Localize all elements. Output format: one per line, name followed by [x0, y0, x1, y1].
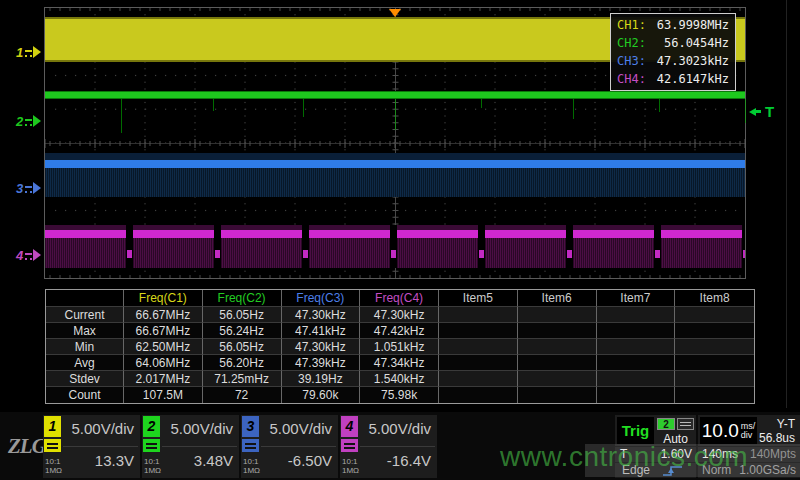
ch3-freq-value: 47.3023kHz [657, 52, 729, 70]
dc-coupling-icon [25, 50, 32, 57]
menu-edge-line [786, 0, 787, 408]
ch3-offset: -6.50V [288, 452, 332, 469]
ch1-probe-info: 10:11MΩ [45, 457, 62, 475]
display-mode: Y-T [777, 417, 795, 431]
dc-coupling-icon [25, 119, 32, 126]
ch4-scale: 5.00V/div [368, 420, 431, 437]
ch3-trace [45, 160, 745, 168]
ch1-number-tab[interactable]: 1 [44, 416, 61, 437]
header-blank [46, 290, 124, 307]
ch2-coupling-icon[interactable] [143, 439, 160, 452]
ch3-scale: 5.00V/div [269, 420, 332, 437]
left-arrow-stem [756, 110, 761, 113]
dc-coupling-icon [25, 186, 32, 193]
ch1-freq-label: CH1: [617, 16, 646, 34]
header-freq-c2[interactable]: Freq(C2) [203, 290, 282, 307]
ch1-offset-marker[interactable]: 1 [16, 45, 41, 59]
header-freq-c3[interactable]: Freq(C3) [282, 290, 361, 307]
header-freq-c4[interactable]: Freq(C4) [360, 290, 439, 307]
marker-arrow-icon [33, 182, 41, 194]
ch2-glitch [303, 99, 304, 117]
ch2-marker-label: 2 [16, 114, 23, 129]
ch2-glitch [395, 99, 396, 130]
ch2-trace [45, 91, 745, 99]
ch2-number-tab[interactable]: 2 [143, 416, 160, 437]
timebase-unit: ms/div [741, 422, 756, 440]
trigger-level-marker[interactable]: T [749, 103, 774, 120]
trig-label: Trig [617, 417, 654, 444]
ch2-status-box[interactable]: 2 10:11MΩ 5.00V/div 3.48V [142, 415, 239, 478]
header-freq-c1[interactable]: Freq(C1) [124, 290, 203, 307]
left-arrow-icon [749, 108, 756, 116]
ch2-glitch [745, 99, 746, 123]
trigger-coupling-icon[interactable] [677, 418, 694, 430]
ch2-glitch [573, 99, 574, 119]
ch4-freq-label: CH4: [617, 70, 646, 88]
ch4-freq-value: 42.6147kHz [657, 70, 729, 88]
ch4-status-box[interactable]: 4 10:11MΩ 5.00V/div -16.4V [340, 415, 437, 478]
ch3-coupling-icon[interactable] [242, 439, 259, 452]
ch1-marker-label: 1 [16, 45, 23, 60]
marker-arrow-icon [33, 249, 41, 261]
ch4-trace-gaps [45, 225, 745, 268]
ch2-glitch [121, 99, 122, 133]
measurement-row-stdev: Stdev2.017MHz71.25mHz39.19Hz1.540kHz [46, 371, 754, 387]
ch2-probe-info: 10:11MΩ [144, 457, 161, 475]
timebase-scale: 10.0 [702, 420, 739, 442]
measurement-header-row: Freq(C1) Freq(C2) Freq(C3) Freq(C4) Item… [46, 290, 754, 307]
ch4-gap-dots [45, 250, 745, 258]
ch1-coupling-icon[interactable] [44, 439, 61, 452]
ch4-probe-info: 10:11MΩ [342, 457, 359, 475]
ch2-offset: 3.48V [194, 452, 233, 469]
header-item5[interactable]: Item5 [439, 290, 518, 307]
trigger-delay: 56.8us [759, 431, 795, 445]
ch2-glitch [659, 99, 660, 112]
ch1-status-box[interactable]: 1 10:11MΩ 5.00V/div 13.3V [43, 415, 140, 478]
ch4-number-tab[interactable]: 4 [341, 416, 358, 437]
measurement-row-min: Min62.50MHz56.05Hz47.30kHz1.051kHz [46, 339, 754, 355]
ch3-number-tab[interactable]: 3 [242, 416, 259, 437]
timebase-scale-box[interactable]: 10.0 ms/div [700, 417, 757, 444]
ch4-offset-marker[interactable]: 4 [16, 248, 41, 262]
ch1-scale: 5.00V/div [71, 420, 134, 437]
trigger-level-label: T [765, 103, 774, 120]
ch4-coupling-icon[interactable] [341, 439, 358, 452]
zlg-logo: ®ZLG [8, 434, 46, 459]
ch3-trace-top [45, 153, 745, 160]
header-item6[interactable]: Item6 [518, 290, 597, 307]
ch1-offset: 13.3V [95, 452, 134, 469]
measurement-row-avg: Avg64.06MHz56.20Hz47.39kHz47.34kHz [46, 355, 754, 371]
measurement-row-current: Current66.67MHz56.05Hz47.30kHz47.30kHz [46, 307, 754, 323]
measurement-row-count: Count107.5M7279.60k75.98k [46, 387, 754, 403]
frequency-counter-overlay: CH1:63.9998MHz CH2:56.0454Hz CH3:47.3023… [610, 13, 736, 91]
ch3-freq-label: CH3: [617, 52, 646, 70]
trigger-position-marker[interactable] [389, 9, 401, 17]
ch1-freq-value: 63.9998MHz [657, 16, 729, 34]
ch2-freq-label: CH2: [617, 34, 646, 52]
ch2-glitch [481, 99, 482, 108]
ch3-trace-fill [45, 168, 745, 197]
ch4-marker-label: 4 [16, 248, 23, 263]
measurement-row-max: Max66.67MHz56.24Hz47.41kHz47.42kHz [46, 323, 754, 339]
ch3-status-box[interactable]: 3 10:11MΩ 5.00V/div -6.50V [241, 415, 338, 478]
measurement-table: Freq(C1) Freq(C2) Freq(C3) Freq(C4) Item… [45, 289, 755, 404]
watermark-text: www.cntronics.com [500, 441, 748, 473]
marker-arrow-icon [33, 46, 41, 58]
ch3-probe-info: 10:11MΩ [243, 457, 260, 475]
header-item8[interactable]: Item8 [675, 290, 754, 307]
ch3-offset-marker[interactable]: 3 [16, 181, 41, 195]
header-item7[interactable]: Item7 [597, 290, 676, 307]
ch2-scale: 5.00V/div [170, 420, 233, 437]
ch2-glitch [213, 99, 214, 111]
ch3-marker-label: 3 [16, 181, 23, 196]
ch2-freq-value: 56.0454Hz [664, 34, 729, 52]
trigger-source-badge[interactable]: 2 [657, 418, 675, 430]
ch2-offset-marker[interactable]: 2 [16, 114, 41, 128]
dc-coupling-icon [25, 253, 32, 260]
ch4-offset: -16.4V [387, 452, 431, 469]
marker-arrow-icon [33, 115, 41, 127]
